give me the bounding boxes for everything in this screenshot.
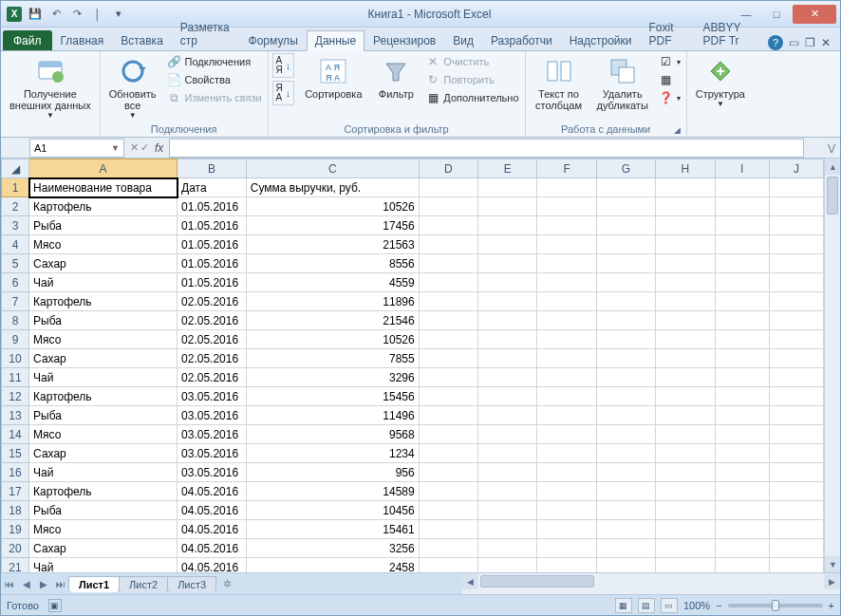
col-header-C[interactable]: C — [246, 159, 419, 178]
cell[interactable] — [596, 235, 655, 254]
macro-record-icon[interactable]: ▣ — [48, 599, 62, 612]
mdi-restore-icon[interactable]: ❐ — [805, 36, 815, 49]
cell-A10[interactable]: Сахар — [29, 349, 178, 368]
scroll-thumb[interactable] — [827, 177, 838, 215]
cell[interactable] — [715, 558, 769, 573]
cell-C7[interactable]: 11896 — [246, 292, 419, 311]
col-header-A[interactable]: A — [29, 159, 178, 178]
cell[interactable] — [537, 463, 596, 482]
row-header-4[interactable]: 4 — [2, 235, 29, 254]
cell[interactable] — [537, 444, 596, 463]
tab-главная[interactable]: Главная — [52, 30, 113, 50]
tab-abbyy pdf tr[interactable]: ABBYY PDF Tr — [695, 17, 768, 50]
cell-B13[interactable]: 03.05.2016 — [178, 406, 247, 425]
cell[interactable] — [596, 520, 655, 539]
select-all-corner[interactable]: ◢ — [2, 159, 29, 178]
cell-B16[interactable]: 03.05.2016 — [178, 463, 247, 482]
cell-C15[interactable]: 1234 — [246, 444, 419, 463]
cell[interactable] — [478, 425, 537, 444]
cell[interactable] — [537, 539, 596, 558]
cell-A9[interactable]: Мясо — [29, 330, 178, 349]
row-header-2[interactable]: 2 — [2, 197, 29, 216]
redo-icon[interactable]: ↷ — [67, 5, 86, 24]
cell[interactable] — [596, 254, 655, 273]
cell[interactable] — [656, 425, 715, 444]
row-header-5[interactable]: 5 — [2, 254, 29, 273]
scroll-left-icon[interactable]: ◀ — [462, 573, 478, 589]
row-header-21[interactable]: 21 — [2, 558, 29, 573]
cell[interactable] — [537, 197, 596, 216]
cell[interactable] — [656, 254, 715, 273]
row-header-19[interactable]: 19 — [2, 520, 29, 539]
properties-button[interactable]: 📄Свойства — [165, 71, 264, 88]
sheet-nav-first-icon[interactable]: ⏮ — [1, 579, 18, 589]
vertical-scrollbar[interactable]: ▲ ▼ — [824, 159, 840, 572]
remove-duplicates-button[interactable]: Удалить дубликаты — [592, 53, 653, 114]
close-button[interactable]: ✕ — [793, 5, 836, 24]
cell[interactable] — [537, 425, 596, 444]
row-header-15[interactable]: 15 — [2, 444, 29, 463]
cell[interactable] — [656, 482, 715, 501]
cell[interactable] — [715, 406, 769, 425]
cell[interactable] — [596, 330, 655, 349]
cell[interactable] — [769, 406, 823, 425]
cell-A12[interactable]: Картофель — [29, 387, 178, 406]
cell[interactable] — [596, 444, 655, 463]
cell[interactable] — [656, 178, 715, 197]
cell[interactable] — [419, 254, 477, 273]
cell[interactable] — [478, 330, 537, 349]
advanced-filter-button[interactable]: ▦Дополнительно — [423, 89, 520, 106]
cell[interactable] — [478, 292, 537, 311]
cell-C3[interactable]: 17456 — [246, 216, 419, 235]
col-header-I[interactable]: I — [715, 159, 769, 178]
cell[interactable] — [478, 349, 537, 368]
cell[interactable] — [769, 444, 823, 463]
cell[interactable] — [596, 406, 655, 425]
cell[interactable] — [715, 387, 769, 406]
cell[interactable] — [537, 330, 596, 349]
row-header-11[interactable]: 11 — [2, 368, 29, 387]
cell-B6[interactable]: 01.05.2016 — [178, 273, 247, 292]
scroll-thumb[interactable] — [480, 575, 594, 588]
cell-C9[interactable]: 10526 — [246, 330, 419, 349]
cell[interactable] — [478, 463, 537, 482]
qat-custom-icon[interactable]: ▾ — [109, 5, 128, 24]
cell-A14[interactable]: Мясо — [29, 425, 178, 444]
cell[interactable] — [769, 482, 823, 501]
tab-file[interactable]: Файл — [3, 30, 52, 50]
col-header-E[interactable]: E — [478, 159, 537, 178]
cell[interactable] — [478, 216, 537, 235]
tab-надстройки[interactable]: Надстройки — [561, 30, 641, 50]
cell[interactable] — [419, 292, 477, 311]
fx-icon[interactable]: fx — [155, 141, 163, 155]
cell-C20[interactable]: 3256 — [246, 539, 419, 558]
cell-A16[interactable]: Чай — [29, 463, 178, 482]
cell-B21[interactable]: 04.05.2016 — [178, 558, 247, 573]
cell[interactable] — [769, 539, 823, 558]
cell[interactable] — [419, 425, 477, 444]
mdi-close-icon[interactable]: ✕ — [821, 36, 831, 49]
tab-foxit pdf[interactable]: Foxit PDF — [641, 17, 695, 50]
row-header-13[interactable]: 13 — [2, 406, 29, 425]
cell[interactable] — [715, 235, 769, 254]
row-header-12[interactable]: 12 — [2, 387, 29, 406]
cell[interactable] — [715, 501, 769, 520]
cell[interactable] — [596, 501, 655, 520]
cell-B5[interactable]: 01.05.2016 — [178, 254, 247, 273]
col-header-H[interactable]: H — [656, 159, 715, 178]
zoom-slider-thumb[interactable] — [772, 600, 779, 611]
zoom-value[interactable]: 100% — [683, 600, 710, 611]
cell[interactable] — [478, 254, 537, 273]
col-header-G[interactable]: G — [596, 159, 655, 178]
cell[interactable] — [537, 349, 596, 368]
cell-C14[interactable]: 9568 — [246, 425, 419, 444]
cell-A18[interactable]: Рыба — [29, 501, 178, 520]
row-header-16[interactable]: 16 — [2, 463, 29, 482]
sheet-nav-last-icon[interactable]: ⏭ — [52, 579, 69, 589]
cell[interactable] — [769, 178, 823, 197]
cell[interactable] — [769, 216, 823, 235]
cell[interactable] — [715, 330, 769, 349]
cell[interactable] — [478, 368, 537, 387]
cell[interactable] — [596, 216, 655, 235]
cell[interactable] — [478, 178, 537, 197]
